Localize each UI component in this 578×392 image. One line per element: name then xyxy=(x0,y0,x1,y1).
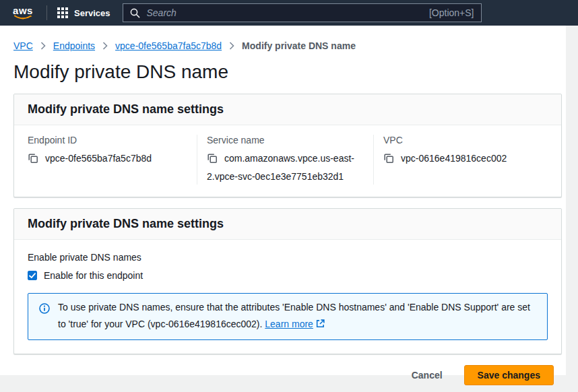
save-changes-button[interactable]: Save changes xyxy=(464,365,554,385)
endpoint-id-text: vpce-0fe565ba7fa5c7b8d xyxy=(45,153,152,164)
nav-divider xyxy=(46,5,47,20)
service-name-text: com.amazonaws.vpce.us-east-2.vpce-svc-0e… xyxy=(207,153,354,182)
service-name-label: Service name xyxy=(207,135,362,145)
services-grid-icon xyxy=(57,7,68,18)
content-panel: VPC Endpoints vpce-0fe565ba7fa5c7b8d Mod… xyxy=(0,26,566,375)
endpoint-id-value: vpce-0fe565ba7fa5c7b8d xyxy=(28,150,186,168)
settings-card-title: Modify private DNS name settings xyxy=(28,217,224,230)
copy-icon[interactable] xyxy=(383,152,394,168)
learn-more-label: Learn more xyxy=(265,319,313,329)
aws-logo-text: aws xyxy=(13,6,33,15)
aws-logo[interactable]: aws xyxy=(9,6,36,20)
search-icon xyxy=(130,8,140,18)
breadcrumb-chevron-icon xyxy=(229,42,234,50)
enable-endpoint-checkbox-label: Enable for this endpoint xyxy=(44,270,143,281)
form-actions: Cancel Save changes xyxy=(13,365,563,385)
service-name-value: com.amazonaws.vpce.us-east-2.vpce-svc-0e… xyxy=(207,150,362,185)
enable-endpoint-checkbox[interactable] xyxy=(28,271,37,280)
vpc-label: VPC xyxy=(383,135,550,145)
service-name-field: Service name com.amazonaws.vpce.us-east-… xyxy=(197,135,373,185)
enable-private-dns-label: Enable private DNS names xyxy=(28,252,548,263)
services-label: Services xyxy=(74,8,110,18)
aws-smile-icon xyxy=(13,15,32,20)
learn-more-link[interactable]: Learn more xyxy=(265,319,325,329)
top-navigation: aws Services [Option+S] xyxy=(0,0,578,26)
copy-icon[interactable] xyxy=(28,152,38,168)
summary-card-body: Endpoint ID vpce-0fe565ba7fa5c7b8d Servi… xyxy=(14,125,561,197)
summary-card-header: Modify private DNS name settings xyxy=(14,94,561,125)
enable-endpoint-checkbox-row[interactable]: Enable for this endpoint xyxy=(28,270,548,281)
breadcrumb-link-endpoints[interactable]: Endpoints xyxy=(53,40,95,51)
endpoint-id-label: Endpoint ID xyxy=(28,135,186,145)
settings-card: Modify private DNS name settings Enable … xyxy=(13,208,562,354)
vpc-id-text: vpc-0616e419816cec002 xyxy=(401,153,507,164)
info-alert: To use private DNS names, ensure that th… xyxy=(28,293,548,340)
copy-icon[interactable] xyxy=(207,152,218,168)
cancel-button[interactable]: Cancel xyxy=(410,367,444,383)
page-title: Modify private DNS name xyxy=(13,61,563,83)
settings-card-body: Enable private DNS names Enable for this… xyxy=(14,240,561,354)
breadcrumb: VPC Endpoints vpce-0fe565ba7fa5c7b8d Mod… xyxy=(13,40,563,51)
vpc-field: VPC vpc-0616e419816cec002 xyxy=(373,135,561,185)
breadcrumb-link-endpoint-id[interactable]: vpce-0fe565ba7fa5c7b8d xyxy=(115,40,222,51)
summary-card-title: Modify private DNS name settings xyxy=(28,102,224,116)
endpoint-id-field: Endpoint ID vpce-0fe565ba7fa5c7b8d xyxy=(14,135,197,185)
settings-card-header: Modify private DNS name settings xyxy=(14,209,561,240)
vpc-value: vpc-0616e419816cec002 xyxy=(383,150,550,168)
external-link-icon xyxy=(316,317,325,333)
search-box[interactable]: [Option+S] xyxy=(123,3,482,22)
summary-card: Modify private DNS name settings Endpoin… xyxy=(13,94,562,197)
breadcrumb-link-vpc[interactable]: VPC xyxy=(13,40,33,51)
alert-message: To use private DNS names, ensure that th… xyxy=(58,299,536,333)
breadcrumb-chevron-icon xyxy=(40,42,46,50)
search-shortcut-hint: [Option+S] xyxy=(429,7,474,18)
services-menu-button[interactable]: Services xyxy=(57,7,110,18)
breadcrumb-current-page: Modify private DNS name xyxy=(242,40,356,51)
breadcrumb-chevron-icon xyxy=(102,42,108,50)
info-icon xyxy=(39,302,50,333)
checkmark-icon xyxy=(29,273,36,279)
search-input[interactable] xyxy=(146,7,424,19)
